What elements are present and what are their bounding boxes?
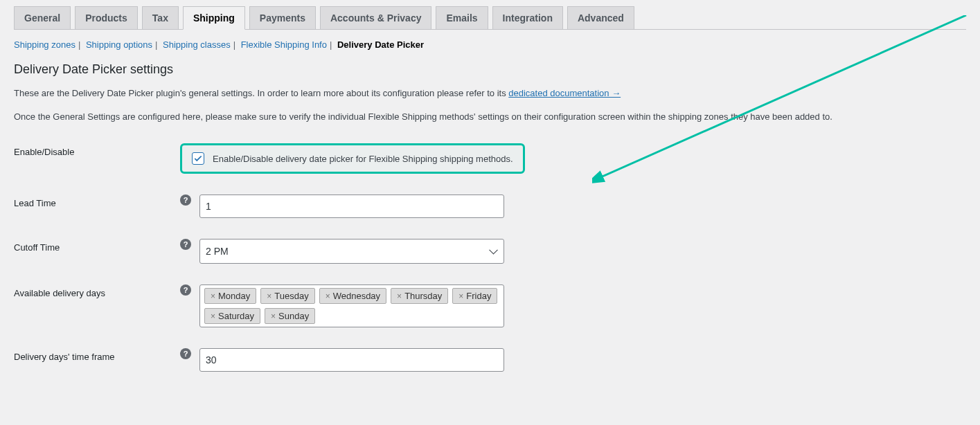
remove-tag-icon[interactable]: ×: [267, 291, 271, 301]
remove-tag-icon[interactable]: ×: [211, 311, 215, 321]
documentation-link[interactable]: dedicated documentation →: [508, 88, 621, 98]
day-tag: ×Saturday: [204, 308, 260, 324]
description-2: Once the General Settings are configured…: [14, 110, 966, 124]
tab-tax[interactable]: Tax: [142, 6, 179, 29]
description-1: These are the Delivery Date Picker plugi…: [14, 87, 966, 100]
cutoff-time-label: Cutoff Time: [14, 228, 173, 274]
tab-integration[interactable]: Integration: [492, 6, 563, 29]
enable-checkbox-label: Enable/Disable delivery date picker for …: [213, 154, 513, 164]
tab-products[interactable]: Products: [75, 6, 138, 29]
help-icon[interactable]: ?: [180, 195, 191, 206]
sub-tabs: Shipping zones| Shipping options| Shippi…: [14, 39, 966, 50]
tab-advanced[interactable]: Advanced: [567, 6, 634, 29]
day-tag: ×Thursday: [391, 288, 448, 304]
enable-highlight: Enable/Disable delivery date picker for …: [180, 143, 525, 174]
tab-emails[interactable]: Emails: [436, 6, 488, 29]
tab-general[interactable]: General: [14, 6, 71, 29]
day-tag: ×Sunday: [265, 308, 315, 324]
remove-tag-icon[interactable]: ×: [211, 291, 215, 301]
available-days-select[interactable]: ×Monday ×Tuesday ×Wednesday ×Thursday ×F…: [199, 284, 504, 327]
day-tag: ×Monday: [204, 288, 256, 304]
subtab-fsinfo[interactable]: Flexible Shipping Info: [241, 39, 327, 50]
remove-tag-icon[interactable]: ×: [397, 291, 402, 301]
help-icon[interactable]: ?: [180, 348, 191, 359]
day-tag: ×Wednesday: [319, 288, 386, 304]
help-icon[interactable]: ?: [180, 239, 191, 250]
time-frame-input[interactable]: [199, 348, 504, 372]
day-tag: ×Friday: [452, 288, 497, 304]
subtab-zones[interactable]: Shipping zones: [14, 39, 75, 50]
available-days-label: Available delivery days: [14, 274, 173, 338]
time-frame-label: Delivery days' time frame: [14, 338, 173, 382]
tab-payments[interactable]: Payments: [249, 6, 316, 29]
day-tag: ×Tuesday: [260, 288, 314, 304]
remove-tag-icon[interactable]: ×: [326, 291, 330, 301]
enable-disable-label: Enable/Disable: [14, 133, 173, 184]
subtab-classes[interactable]: Shipping classes: [163, 39, 231, 50]
remove-tag-icon[interactable]: ×: [271, 311, 276, 321]
main-tabs: General Products Tax Shipping Payments A…: [14, 0, 966, 30]
subtab-options[interactable]: Shipping options: [86, 39, 152, 50]
page-title: Delivery Date Picker settings: [14, 62, 966, 77]
checkmark-icon: [193, 154, 203, 163]
lead-time-input[interactable]: [199, 195, 504, 218]
tab-shipping[interactable]: Shipping: [183, 6, 245, 30]
lead-time-label: Lead Time: [14, 184, 173, 228]
cutoff-time-select[interactable]: 2 PM: [199, 239, 504, 264]
tab-accounts[interactable]: Accounts & Privacy: [320, 6, 432, 29]
subtab-delivery-date-picker[interactable]: Delivery Date Picker: [337, 39, 424, 50]
remove-tag-icon[interactable]: ×: [458, 291, 463, 301]
enable-checkbox[interactable]: [192, 152, 204, 165]
help-icon[interactable]: ?: [180, 284, 191, 296]
